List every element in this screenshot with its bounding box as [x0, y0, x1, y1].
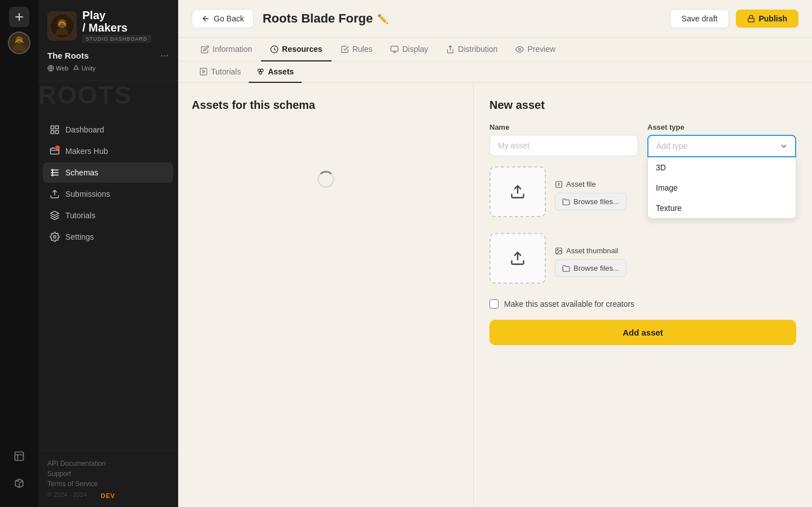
sidebar-item-submissions[interactable]: Submissions: [43, 184, 173, 204]
loading-spinner: [192, 123, 460, 236]
dropdown-item-image[interactable]: Image: [648, 178, 796, 198]
svg-point-11: [54, 236, 56, 239]
svg-rect-14: [391, 46, 399, 51]
publish-button[interactable]: Publish: [736, 10, 798, 28]
svg-rect-12: [748, 18, 754, 21]
svg-point-19: [261, 69, 263, 72]
available-for-creators-label: Make this asset available for creators: [504, 299, 634, 308]
sidebar-item-settings-label: Settings: [65, 232, 94, 241]
org-tags: Web Unity: [47, 65, 169, 72]
tab-distribution[interactable]: Distribution: [437, 38, 506, 61]
dropdown-item-3d[interactable]: 3D: [648, 157, 796, 178]
asset-type-dropdown: 3D Image Texture: [647, 157, 796, 219]
sidebar: Play/ Makers STUDIO DASHBOARD The Roots …: [38, 0, 178, 507]
svg-point-16: [519, 48, 521, 50]
go-back-button[interactable]: Go Back: [192, 9, 254, 28]
page-title: Roots Blade Forge ✏️: [263, 11, 389, 26]
form-row-name-type: Name Asset type Add type 3D Image Textur: [489, 123, 796, 157]
save-draft-button[interactable]: Save draft: [670, 9, 730, 28]
tab-resources[interactable]: Resources: [261, 38, 332, 61]
org-tag-web: Web: [47, 65, 68, 72]
avatar[interactable]: [8, 32, 30, 54]
tab-information[interactable]: Information: [192, 38, 261, 61]
brand-name: Play/ Makers: [82, 9, 151, 34]
icon-bar-top: [8, 7, 30, 442]
sidebar-item-tutorials-label: Tutorials: [65, 211, 95, 220]
svg-rect-2: [15, 452, 24, 461]
form-group-asset-type: Asset type Add type 3D Image Texture: [647, 123, 796, 157]
sidebar-item-schemas-label: Schemas: [65, 168, 98, 177]
dev-badge: DEV: [101, 492, 116, 499]
add-asset-button[interactable]: Add asset: [489, 320, 796, 345]
org-tag-unity: Unity: [73, 65, 95, 72]
api-docs-link[interactable]: API Documentation: [47, 460, 169, 468]
left-panel-title: Assets for this schema: [192, 99, 460, 112]
org-row: The Roots ···: [47, 50, 169, 61]
left-panel: Assets for this schema: [178, 83, 474, 507]
svg-rect-7: [56, 126, 59, 129]
tos-link[interactable]: Terms of Service: [47, 480, 169, 488]
asset-thumbnail-upload-zone[interactable]: [489, 233, 546, 284]
sidebar-item-submissions-label: Submissions: [65, 189, 110, 199]
svg-point-20: [259, 72, 262, 74]
upload-zone-asset-file[interactable]: [489, 166, 546, 224]
sidebar-item-makers-hub-label: Makers Hub: [65, 147, 108, 156]
sidebar-nav: Dashboard Makers Hub Schemas Submissions…: [38, 115, 178, 450]
upload-thumbnail-icon: [506, 247, 529, 270]
svg-point-18: [258, 69, 261, 72]
browse-asset-file-button[interactable]: Browse files...: [555, 193, 626, 210]
right-panel: New asset Name Asset type Add type 3D: [474, 83, 812, 507]
topbar-right: Save draft Publish: [670, 9, 798, 28]
sidebar-item-tutorials[interactable]: Tutorials: [43, 205, 173, 226]
notification-badge: [55, 146, 60, 150]
tab-rules[interactable]: Rules: [332, 38, 382, 61]
upload-file-icon: [506, 180, 529, 203]
checkbox-row: Make this asset available for creators: [489, 299, 796, 308]
sub-tab-tutorials[interactable]: Tutorials: [192, 61, 249, 83]
brand-logo-image: [47, 11, 77, 41]
asset-file-upload-zone[interactable]: [489, 166, 546, 217]
name-input[interactable]: [489, 135, 638, 156]
available-for-creators-checkbox[interactable]: [489, 299, 498, 308]
sidebar-item-dashboard-label: Dashboard: [65, 125, 104, 134]
org-menu-button[interactable]: ···: [160, 50, 169, 61]
tabs-bar: Information Resources Rules Display Dist…: [178, 38, 812, 61]
book-icon-button[interactable]: [9, 446, 29, 466]
svg-rect-17: [200, 68, 207, 75]
upload-row-asset-thumbnail: Asset thumbnail Browse files...: [489, 233, 796, 290]
edit-title-icon[interactable]: ✏️: [377, 14, 389, 24]
brand-sub-label: STUDIO DASHBOARD: [82, 35, 151, 43]
svg-rect-6: [51, 126, 54, 129]
package-icon-button[interactable]: [9, 473, 29, 493]
tab-display[interactable]: Display: [381, 38, 437, 61]
asset-type-label: Asset type: [647, 123, 796, 131]
sidebar-item-schemas[interactable]: Schemas: [43, 162, 173, 183]
svg-point-23: [557, 249, 558, 250]
upload-zone-thumbnail[interactable]: [489, 233, 546, 290]
org-name: The Roots: [47, 51, 89, 60]
sidebar-item-dashboard[interactable]: Dashboard: [43, 120, 173, 140]
add-new-button[interactable]: [9, 7, 29, 27]
support-link[interactable]: Support: [47, 470, 169, 478]
tab-preview[interactable]: Preview: [506, 38, 564, 61]
icon-bar: [0, 0, 38, 507]
content-area: Assets for this schema New asset Name As…: [178, 83, 812, 507]
dropdown-item-texture[interactable]: Texture: [648, 198, 796, 218]
new-asset-title: New asset: [489, 99, 796, 112]
asset-thumbnail-label: Asset thumbnail: [555, 246, 796, 255]
sidebar-item-makers-hub[interactable]: Makers Hub: [43, 141, 173, 161]
brand-text: Play/ Makers STUDIO DASHBOARD: [82, 9, 151, 43]
sub-tabs-bar: Tutorials Assets: [178, 61, 812, 83]
form-group-name: Name: [489, 123, 638, 157]
svg-rect-8: [51, 131, 54, 134]
spinner-icon: [317, 171, 334, 188]
asset-type-select[interactable]: Add type: [647, 135, 796, 157]
sub-tab-assets[interactable]: Assets: [249, 61, 302, 83]
browse-thumbnail-button[interactable]: Browse files...: [555, 259, 626, 277]
brand-logo: Play/ Makers STUDIO DASHBOARD: [47, 9, 169, 43]
watermark-text: ROOTS: [38, 81, 132, 109]
svg-rect-9: [56, 131, 59, 134]
sidebar-item-settings[interactable]: Settings: [43, 227, 173, 247]
main-content: Go Back Roots Blade Forge ✏️ Save draft …: [178, 0, 812, 507]
upload-right-thumbnail: Asset thumbnail Browse files...: [555, 233, 796, 290]
